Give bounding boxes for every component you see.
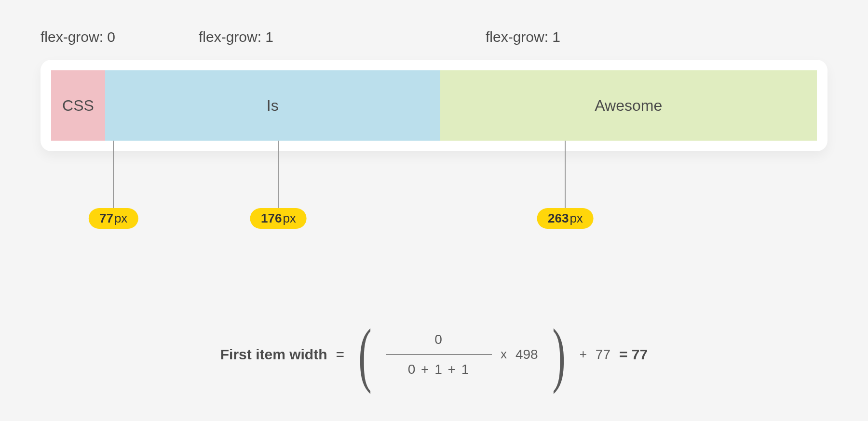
width-unit: px (570, 211, 583, 226)
width-value: 176 (261, 211, 282, 226)
width-unit: px (114, 211, 127, 226)
fraction: 0 0 + 1 + 1 (386, 332, 492, 377)
flex-container-card: CSS Is Awesome (41, 60, 827, 151)
connector-line (278, 141, 279, 209)
formula-result: = 77 (619, 346, 648, 363)
width-markers: 77 px 176 px 263 px (41, 151, 827, 248)
fraction-numerator: 0 (434, 332, 443, 347)
width-badge: 263 px (537, 208, 594, 229)
close-paren-icon: ) (552, 329, 565, 380)
width-marker-2: 176 px (250, 141, 307, 229)
connector-line (113, 141, 114, 209)
width-marker-3: 263 px (537, 141, 594, 229)
width-value: 263 (548, 211, 569, 226)
multiply-sign: x (501, 347, 507, 362)
flex-item-2: Is (105, 70, 440, 141)
width-badge: 77 px (89, 208, 138, 229)
flex-container: CSS Is Awesome (51, 70, 817, 141)
flex-grow-labels: flex-grow: 0 flex-grow: 1 flex-grow: 1 (41, 29, 827, 53)
connector-line (565, 141, 566, 209)
flex-item-3: Awesome (440, 70, 817, 141)
plus-sign: + (580, 347, 587, 362)
label-item-2: flex-grow: 1 (199, 29, 273, 45)
width-badge: 176 px (250, 208, 307, 229)
label-item-1: flex-grow: 0 (41, 29, 115, 45)
width-marker-1: 77 px (89, 141, 138, 229)
open-paren-icon: ( (358, 329, 371, 380)
formula-label: First item width (220, 346, 327, 363)
label-item-3: flex-grow: 1 (486, 29, 560, 45)
width-formula: First item width = ( 0 0 + 1 + 1 x 498 )… (0, 329, 868, 380)
formula-addend: 77 (596, 347, 610, 362)
fraction-bar (386, 354, 492, 355)
fraction-denominator: 0 + 1 + 1 (408, 362, 470, 377)
width-unit: px (283, 211, 296, 226)
formula-multiplicand: 498 (515, 347, 538, 362)
equals-sign: = (336, 346, 344, 363)
width-value: 77 (99, 211, 113, 226)
flex-item-1: CSS (51, 70, 105, 141)
